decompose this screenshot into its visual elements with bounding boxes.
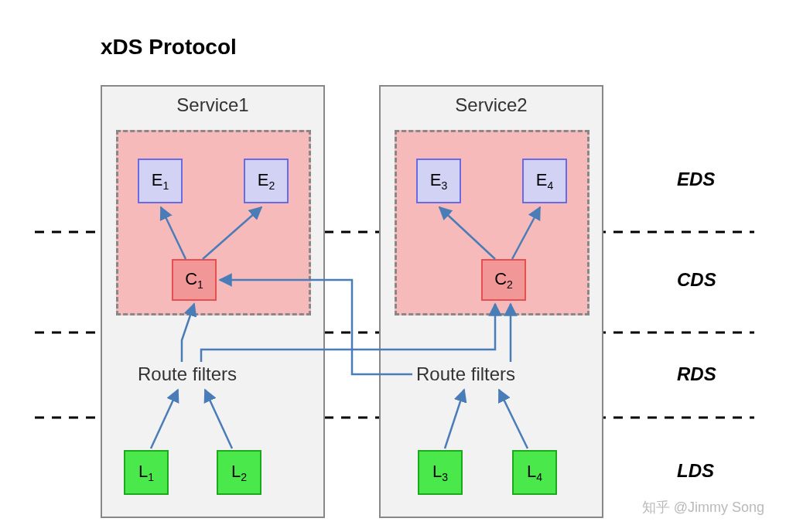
node-e2: E2 [244,159,289,203]
watermark: 知乎 @Jimmy Song [642,498,764,517]
node-l2: L2 [217,450,261,495]
route-filters-2: Route filters [416,363,515,385]
node-e4: E4 [522,159,567,203]
service2-label: Service2 [381,94,602,116]
node-e3: E3 [416,159,461,203]
layer-eds: EDS [677,169,715,190]
node-l1: L1 [124,450,169,495]
service1-label: Service1 [102,94,323,116]
diagram-canvas: xDS Protocol Service1 Service2 E1 E2 E3 … [0,0,786,532]
layer-cds: CDS [677,269,716,291]
route-filters-1: Route filters [138,363,237,385]
layer-rds: RDS [677,363,716,385]
layer-lds: LDS [677,460,714,482]
node-c2: C2 [481,259,526,301]
node-l4: L4 [512,450,557,495]
node-e1: E1 [138,159,183,203]
node-l3: L3 [418,450,463,495]
node-c1: C1 [172,259,217,301]
diagram-title: xDS Protocol [101,35,237,60]
